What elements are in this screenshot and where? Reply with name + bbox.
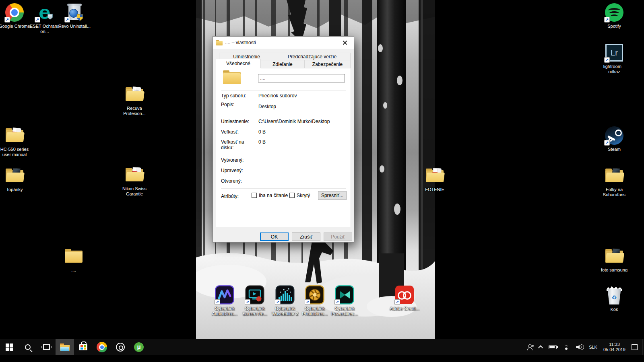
icon-label: CyberLink WaveEditor 2 (268, 306, 302, 317)
tray-overflow-button[interactable] (537, 339, 546, 355)
separator (221, 114, 346, 114)
system-tray: SLK 11:33 05.04.2019 (524, 339, 644, 355)
task-view-icon (43, 344, 50, 350)
desktop-icon-nikon-garantie-folder[interactable]: Nikon Swiss Garantie (118, 165, 151, 197)
field-label: Veľkosť na disku: (221, 139, 249, 150)
desktop-icon-adobe-creative-cloud[interactable]: ↗ Adobe Creati... (388, 285, 421, 311)
desktop-icon-hc550-manual-folder[interactable]: HC-550 series user manual (0, 125, 31, 157)
store-icon (79, 344, 87, 350)
desktop-icon-cyberlink-powerdirector[interactable]: ↗ CyberLink PowerDirec... (328, 285, 361, 317)
shortcut-arrow-icon: ↗ (4, 17, 10, 23)
clock[interactable]: 11:33 05.04.2019 (600, 339, 629, 355)
search-icon (25, 344, 31, 350)
icon-label: .... (71, 267, 76, 273)
field-label: Veľkosť: (221, 129, 257, 135)
desktop-icon-lightroom[interactable]: Lr ↗ lightroom – odkaz (597, 43, 631, 74)
desktop-icon-recycle-bin[interactable]: ♻ Kôš (597, 286, 631, 312)
field-value: Priečinok súborov (258, 93, 297, 99)
action-center-button[interactable] (629, 339, 640, 355)
chrome-icon (97, 342, 107, 352)
folder-name-input[interactable] (258, 74, 345, 82)
readonly-checkbox-item[interactable]: Iba na čítanie (252, 193, 288, 198)
hidden-checkbox[interactable] (289, 193, 295, 198)
readonly-checkbox[interactable] (252, 193, 257, 198)
folder-icon (605, 249, 623, 264)
desktop-icon-topanky-folder[interactable]: Topánky (0, 166, 31, 192)
ok-button[interactable]: OK (260, 232, 289, 241)
desktop-icon-cyberlink-screenrecorder[interactable]: ↗ CyberLink Screen Re... (238, 285, 272, 317)
close-icon[interactable] (336, 37, 354, 49)
icon-label: CyberLink PowerDirec... (328, 306, 361, 317)
dialog-titlebar[interactable]: .... – vlastnosti (213, 37, 354, 49)
taskbar: µ SLK 11:33 05.04.2019 (0, 339, 644, 355)
network-tray-button[interactable] (559, 339, 573, 355)
icon-label: Kôš (611, 307, 618, 312)
icon-label: Steam (608, 147, 621, 152)
shortcut-arrow-icon: ↗ (215, 299, 220, 305)
tab-zdielanie[interactable]: Zdieľanie (260, 60, 305, 68)
language-indicator[interactable]: SLK (586, 339, 600, 355)
folder-icon (64, 249, 83, 264)
tab-vseobecne[interactable]: Všeobecné (216, 59, 261, 68)
folder-icon (216, 40, 223, 45)
clock-time: 11:33 (603, 342, 625, 347)
desktop-icon-google-chrome[interactable]: ↗ Google Chrome (0, 2, 31, 29)
wifi-icon (562, 344, 570, 350)
separator (221, 153, 346, 153)
tab-zabezpecenie[interactable]: Zabezpečenie (304, 60, 351, 68)
tab-predchadzajuce-verzie[interactable]: Predchádzajúce verzie (274, 53, 351, 60)
desktop-icon-cyberlink-waveeditor[interactable]: ↗ CyberLink WaveEditor 2 (268, 285, 302, 317)
folder-icon (425, 168, 444, 183)
desktop-icon-fotky-subarufans-folder[interactable]: Fotky na Subarufans (597, 166, 631, 197)
folder-icon (5, 128, 24, 143)
desktop-icon-revo-uninstaller[interactable]: ↗ Revo Uninstall... (58, 2, 91, 29)
desktop-icon-eset[interactable]: e ↗ ESET Ochrana on... (28, 2, 62, 34)
desktop-icon-cyberlink-audiodirector[interactable]: ↗ CyberLink AudioDirec... (208, 285, 242, 317)
microsoft-store-button[interactable] (74, 339, 93, 355)
shortcut-arrow-icon: ↗ (245, 299, 250, 305)
shortcut-arrow-icon: ↗ (394, 299, 400, 305)
folder-icon (125, 167, 144, 183)
desktop-icon-spotify[interactable]: ↗ Spotify (597, 2, 631, 29)
volume-tray-button[interactable] (573, 339, 586, 355)
desktop-icon-steam[interactable]: ↗ Steam (597, 125, 631, 152)
field-value: 0 B (258, 129, 266, 135)
circular-app-button[interactable] (111, 339, 130, 355)
hidden-checkbox-item[interactable]: Skrytý (289, 193, 310, 198)
advanced-button[interactable]: Spresniť... (318, 191, 347, 200)
battery-tray-button[interactable] (546, 339, 559, 355)
folder-icon (125, 87, 144, 102)
chevron-up-icon (538, 345, 543, 350)
field-value: 0 B (258, 139, 266, 145)
file-explorer-icon (60, 343, 70, 351)
general-tab-page: Typ súboru: Priečinok súborov Popis: Des… (216, 68, 351, 227)
icon-label: Spotify (607, 24, 621, 29)
battery-icon (549, 345, 557, 349)
field-label: Typ súboru: (221, 93, 257, 99)
icon-label: Nikon Swiss Garantie (118, 186, 151, 197)
field-label: Popis: (221, 102, 257, 107)
start-button[interactable] (0, 339, 19, 355)
desktop-icon-cyberlink-photodirector[interactable]: ↗ CyberLink PhotoDirec... (298, 285, 332, 317)
shortcut-arrow-icon: ↗ (604, 140, 610, 146)
icon-label: ESET Ochrana on... (28, 24, 62, 34)
chrome-taskbar-button[interactable] (93, 339, 111, 355)
search-button[interactable] (19, 339, 37, 355)
utorrent-button[interactable]: µ (130, 339, 148, 355)
task-view-button[interactable] (37, 339, 56, 355)
field-label: Upravený: (221, 168, 257, 173)
icon-label: foto samsung (601, 267, 627, 273)
cancel-button[interactable]: Zrušiť (292, 232, 320, 241)
apply-button[interactable]: Použiť (324, 232, 352, 241)
show-desktop-button[interactable] (642, 339, 644, 355)
utorrent-icon: µ (134, 342, 144, 352)
folder-icon (5, 168, 24, 183)
people-icon (527, 344, 534, 350)
desktop-icon-dots-folder[interactable]: .... (57, 246, 91, 273)
speaker-icon (576, 344, 583, 350)
desktop-icon-foto-samsung-folder[interactable]: foto samsung (597, 246, 631, 273)
file-explorer-button[interactable] (56, 339, 74, 355)
desktop-icon-fotenie-folder[interactable]: FOTENIE (418, 166, 452, 192)
people-tray-button[interactable] (524, 339, 537, 355)
desktop-icon-recuva-folder[interactable]: Recuva Profesion... (118, 84, 151, 116)
